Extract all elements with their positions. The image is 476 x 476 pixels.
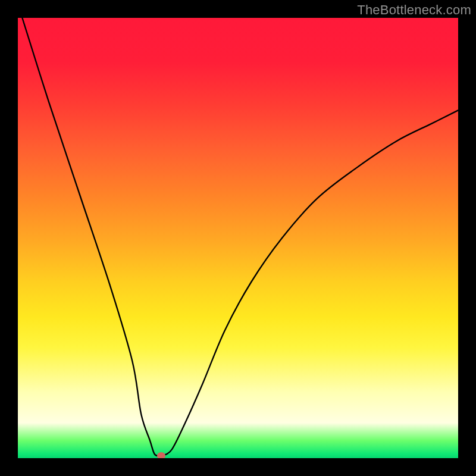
minimum-marker: [157, 452, 165, 458]
chart-frame: TheBottleneck.com: [0, 0, 476, 476]
bottleneck-curve: [22, 18, 458, 456]
watermark-label: TheBottleneck.com: [357, 2, 471, 18]
curve-svg: [18, 18, 458, 458]
plot-area: [18, 18, 458, 458]
